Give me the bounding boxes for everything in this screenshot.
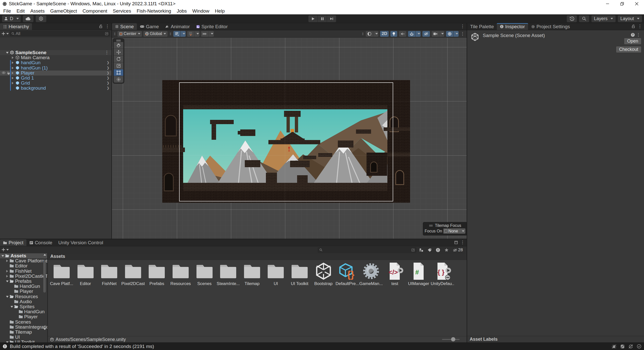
cache-server-disabled-icon[interactable] xyxy=(620,344,625,349)
move-tool-button[interactable] xyxy=(114,49,123,55)
asset-bootstrap[interactable]: Bootstrap xyxy=(312,262,335,286)
rotate-tool-button[interactable] xyxy=(114,56,123,62)
space-dropdown[interactable]: Global xyxy=(143,31,168,37)
project-search-input[interactable] xyxy=(318,247,416,253)
pick-window-icon[interactable] xyxy=(105,32,108,36)
hidden-objects-toggle[interactable] xyxy=(422,31,430,37)
hierarchy-item-grid[interactable]: Grid❯ xyxy=(0,81,111,86)
zoom-slider-knob[interactable] xyxy=(451,337,455,341)
effects-toggle[interactable] xyxy=(408,31,415,37)
prefab-open-chevron[interactable]: ❯ xyxy=(107,71,109,76)
hierarchy-item-samplescene[interactable]: SampleScene⋮ xyxy=(0,50,111,55)
scale-tool-button[interactable] xyxy=(114,62,123,69)
snap-increment-button[interactable] xyxy=(201,31,209,37)
tree-item-fishnet[interactable]: FishNet xyxy=(0,269,47,274)
pause-button[interactable] xyxy=(318,15,327,22)
transform-tool-button[interactable] xyxy=(114,76,123,83)
expand-caret-icon[interactable] xyxy=(6,281,9,282)
maximize-icon[interactable] xyxy=(454,241,458,244)
asset-defaultpre-[interactable]: {} DefaultPre... xyxy=(335,262,359,286)
asset-fishnet[interactable]: FishNet xyxy=(97,262,121,286)
expand-caret-icon[interactable] xyxy=(6,52,9,54)
close-button[interactable] xyxy=(629,0,644,8)
snap-increment-options[interactable] xyxy=(209,31,214,37)
tree-item-assets[interactable]: Assets xyxy=(0,253,47,258)
hierarchy-item-main-camera[interactable]: Main Camera xyxy=(0,55,111,60)
tab-animator[interactable]: Animator xyxy=(162,23,193,30)
asset-ui[interactable]: UI xyxy=(264,262,288,286)
camera-overlay-button[interactable] xyxy=(432,31,439,37)
tree-item-tilemap[interactable]: Tilemap xyxy=(0,330,47,335)
asset-tilemap[interactable]: Tilemap xyxy=(240,262,264,286)
tab-console[interactable]: Console xyxy=(26,239,55,246)
step-button[interactable] xyxy=(327,15,336,22)
scroll-down-icon[interactable] xyxy=(44,328,46,330)
lock-icon[interactable] xyxy=(99,24,103,28)
tree-item-player[interactable]: Player xyxy=(0,289,47,294)
open-button[interactable]: Open xyxy=(624,38,641,45)
menu-help[interactable]: Help xyxy=(212,8,227,14)
scene-panel-menu-icon[interactable]: ⋮ xyxy=(460,24,465,29)
collapse-caret-icon[interactable] xyxy=(6,275,8,277)
tree-item-cave-platforme[interactable]: Cave Platforme xyxy=(0,258,47,263)
collapse-caret-icon[interactable] xyxy=(12,67,14,69)
tab-project-settings[interactable]: Project Settings xyxy=(528,23,573,30)
search-by-label-icon[interactable] xyxy=(427,248,432,252)
hidden-count-icon[interactable]: 28 xyxy=(453,248,463,253)
tool-palette-handle[interactable] xyxy=(114,39,123,42)
grid-snap-toggle[interactable] xyxy=(173,31,180,37)
tree-scrollbar[interactable] xyxy=(43,260,46,293)
menu-fish-networking[interactable]: Fish-Networking xyxy=(134,8,174,14)
expand-caret-icon[interactable] xyxy=(6,296,9,298)
2d-toggle[interactable]: 2D xyxy=(380,31,389,37)
tab-game[interactable]: Game xyxy=(137,23,162,30)
toolbar-handle[interactable]: ‖ xyxy=(361,32,364,36)
picking-icon[interactable] xyxy=(7,71,10,75)
collapse-caret-icon[interactable] xyxy=(12,56,14,59)
menu-gameobject[interactable]: GameObject xyxy=(47,8,80,14)
hierarchy-item-handgun[interactable]: handGun❯ xyxy=(0,60,111,65)
zoom-slider[interactable] xyxy=(442,339,460,340)
tree-item-scenes[interactable]: Scenes xyxy=(0,320,47,325)
collapse-caret-icon[interactable] xyxy=(6,260,8,262)
asset-test[interactable]: </> test xyxy=(383,262,407,286)
tab-project[interactable]: Project xyxy=(0,239,26,246)
hierarchy-search-input[interactable]: All xyxy=(10,31,110,36)
status-message[interactable]: Build completed with a result of 'Succee… xyxy=(10,344,154,349)
shading-mode-button[interactable] xyxy=(366,31,373,37)
grid-visual-options[interactable] xyxy=(194,31,199,37)
tab-sprite-editor[interactable]: Sprite Editor xyxy=(193,23,231,30)
tab-inspector[interactable]: Inspector xyxy=(497,23,528,30)
tab-hierarchy[interactable]: Hierarchy xyxy=(0,23,32,30)
undo-history-button[interactable] xyxy=(567,15,577,22)
lock-icon[interactable] xyxy=(632,24,635,28)
prefab-open-chevron[interactable]: ❯ xyxy=(107,65,109,71)
tree-item-sprites[interactable]: Sprites xyxy=(0,304,47,309)
asset-unitydefau-[interactable]: { } UnityDefau... xyxy=(431,262,454,286)
collapse-caret-icon[interactable] xyxy=(12,61,14,64)
grid-visual-button[interactable] xyxy=(187,31,194,37)
menu-window[interactable]: Window xyxy=(190,8,212,14)
layout-dropdown[interactable]: Layout xyxy=(618,15,642,22)
tree-item-player[interactable]: Player xyxy=(0,314,47,319)
tree-item-audio[interactable]: Audio xyxy=(0,299,47,304)
scene-menu-icon[interactable]: ⋮ xyxy=(105,50,109,55)
layers-dropdown[interactable]: Layers xyxy=(591,15,616,22)
add-menu-chevron-icon[interactable] xyxy=(6,249,9,251)
pivot-dropdown[interactable]: Center xyxy=(117,31,142,37)
unity-hub-button[interactable] xyxy=(36,15,46,22)
tree-item-resources[interactable]: Resources xyxy=(0,294,47,299)
menu-jobs[interactable]: Jobs xyxy=(174,8,189,14)
tree-item-handgun[interactable]: HandGun xyxy=(0,284,47,289)
prefab-open-chevron[interactable]: ❯ xyxy=(107,60,109,65)
account-button[interactable]: D xyxy=(2,15,21,22)
camera-overlay-options[interactable] xyxy=(439,31,444,37)
collapse-caret-icon[interactable] xyxy=(12,72,14,74)
tab-tile-palette[interactable]: Tile Palette xyxy=(467,23,497,30)
asset-prefabs[interactable]: Prefabs xyxy=(145,262,169,286)
add-menu-chevron-icon[interactable] xyxy=(6,33,9,34)
focus-on-dropdown[interactable]: None xyxy=(443,228,465,234)
asset-steaminte-[interactable]: SteamInte... xyxy=(216,262,240,286)
help-icon[interactable]: ? xyxy=(631,33,635,37)
view-tool-button[interactable] xyxy=(114,42,123,49)
